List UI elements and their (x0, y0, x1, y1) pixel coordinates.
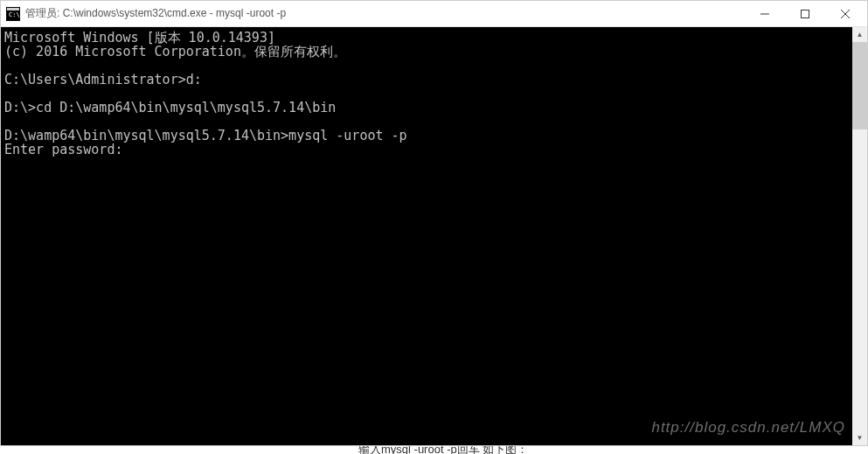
minimize-button[interactable] (745, 1, 785, 27)
cmd-icon: C:\ (6, 7, 20, 21)
cmd-window: C:\ 管理员: C:\windows\system32\cmd.exe - m… (0, 0, 868, 446)
titlebar[interactable]: C:\ 管理员: C:\windows\system32\cmd.exe - m… (1, 1, 867, 27)
svg-rect-1 (7, 8, 19, 10)
vertical-scrollbar[interactable]: ▲ ▼ (852, 27, 867, 445)
svg-rect-4 (802, 10, 809, 18)
window-title: 管理员: C:\windows\system32\cmd.exe - mysql… (25, 6, 745, 21)
window-controls (745, 1, 865, 26)
footer-fragment-text: 输入mysql -uroot -p回车 如下图： (358, 446, 528, 454)
scroll-down-button[interactable]: ▼ (852, 430, 867, 445)
scroll-up-button[interactable]: ▲ (852, 27, 867, 42)
page-background-fragment: 输入mysql -uroot -p回车 如下图： (0, 446, 868, 454)
scroll-thumb[interactable] (852, 42, 867, 129)
svg-text:C:\: C:\ (9, 11, 20, 18)
terminal-output: Microsoft Windows [版本 10.0.14393] (c) 20… (1, 27, 867, 160)
close-button[interactable] (825, 1, 865, 27)
maximize-button[interactable] (785, 1, 825, 27)
watermark-text: http://blog.csdn.net/LMXQ (651, 419, 845, 437)
terminal-area[interactable]: Microsoft Windows [版本 10.0.14393] (c) 20… (1, 27, 867, 445)
